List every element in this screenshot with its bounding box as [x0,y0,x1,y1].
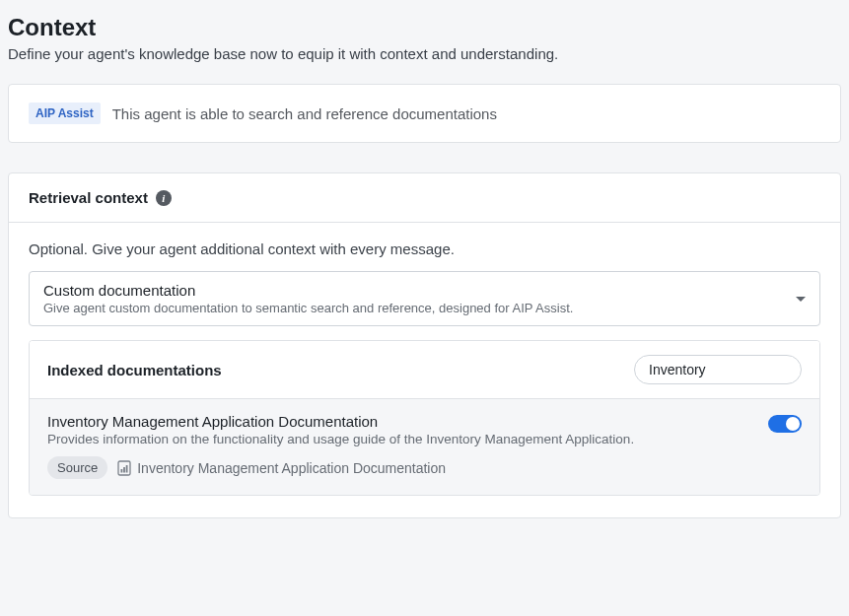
indexed-search-input[interactable] [634,355,802,384]
retrieval-intro: Optional. Give your agent additional con… [29,240,820,257]
aip-assist-card: AIP Assist This agent is able to search … [8,84,841,143]
documentation-type-dropdown[interactable]: Custom documentation Give agent custom d… [29,271,820,326]
document-icon [117,460,131,476]
svg-rect-1 [121,469,123,473]
page-title: Context [8,14,841,41]
doc-description: Provides information on the functionalit… [47,432,752,446]
source-name: Inventory Management Application Documen… [137,460,446,476]
indexed-heading: Indexed documentations [47,362,222,378]
source-link[interactable]: Inventory Management Application Documen… [117,460,446,476]
chevron-down-icon [796,297,806,302]
retrieval-context-header: Retrieval context i [9,173,840,223]
info-icon[interactable]: i [156,190,172,206]
indexed-documentations-panel: Indexed documentations Inventory Managem… [29,340,820,496]
retrieval-context-heading: Retrieval context [29,189,148,206]
doc-enable-toggle[interactable] [768,415,802,433]
retrieval-context-card: Retrieval context i Optional. Give your … [8,172,841,518]
page-subtitle: Define your agent's knowledge base now t… [8,45,841,62]
doc-title: Inventory Management Application Documen… [47,413,752,430]
dropdown-subtitle: Give agent custom documentation to seman… [43,301,573,315]
svg-rect-3 [126,465,128,473]
documentation-row: Inventory Management Application Documen… [30,399,819,495]
svg-rect-2 [123,467,125,473]
dropdown-title: Custom documentation [43,282,573,299]
source-badge: Source [47,456,107,479]
aip-assist-text: This agent is able to search and referen… [112,105,497,122]
aip-assist-badge: AIP Assist [29,103,101,124]
